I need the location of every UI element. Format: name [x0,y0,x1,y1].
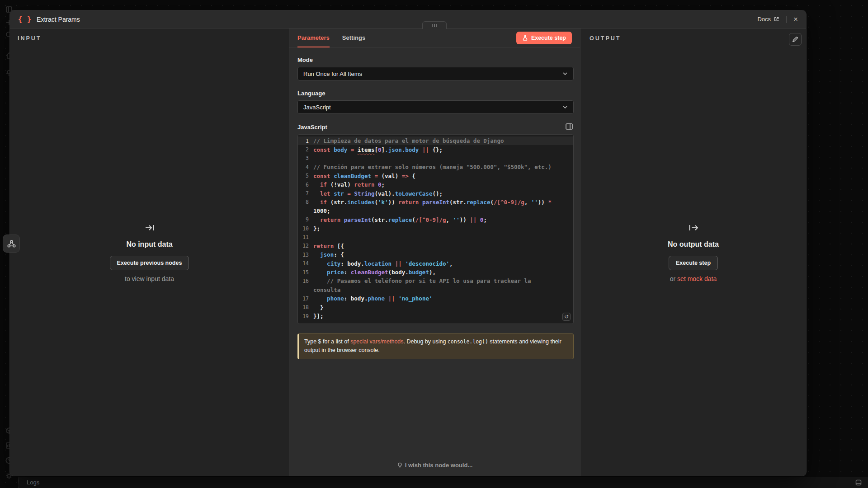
mode-select[interactable]: Run Once for All Items [297,67,574,80]
docs-link[interactable]: Docs [757,16,779,23]
chevron-down-icon [562,104,568,110]
logs-bar[interactable]: Logs [18,477,868,488]
code-line[interactable]: consulta [298,286,573,294]
code-line[interactable]: 15 price: cleanBudget(body.budget), [298,268,573,277]
arrow-out-of-bar-icon [688,222,699,235]
wish-label: I wish this node would... [405,462,473,469]
external-link-icon [774,16,779,22]
input-empty-state: No input data Execute previous nodes to … [110,222,189,282]
code-line[interactable]: 17 phone: body.phone || 'no_phone' [298,294,573,303]
execute-previous-nodes-button[interactable]: Execute previous nodes [110,256,189,270]
mode-value: Run Once for All Items [303,70,362,77]
modal-titlebar: { } Extract Params Docs × [10,10,806,28]
input-panel: INPUT No input data Execute previous nod… [10,28,289,476]
parameters-scroll-area: Mode Run Once for All Items Language Jav… [289,47,580,476]
code-line[interactable]: 6 if (!val) return 0; [298,180,573,189]
undo-icon[interactable]: ↺ [562,313,571,321]
code-line[interactable]: 11 [298,233,573,241]
no-input-title: No input data [126,240,172,249]
expand-logs-icon[interactable] [855,479,862,486]
language-select[interactable]: JavaScript [297,100,574,114]
code-line[interactable]: 19}]; [298,312,573,320]
code-line[interactable]: 16 // Pasamos el teléfono por si tu API … [298,277,573,285]
language-field: Language JavaScript [297,90,574,114]
panel-drag-handle[interactable] [422,21,447,29]
hint-callout: Type $ for a list of special vars/method… [297,333,574,359]
console-log-code: console.log() [448,338,488,345]
input-hint: to view input data [125,275,174,282]
tab-parameters[interactable]: Parameters [297,28,330,47]
mode-field: Mode Run Once for All Items [297,56,574,80]
code-line[interactable]: 12return [{ [298,242,573,250]
code-lines: 1// Limpieza de datos para el motor de b… [298,136,573,320]
language-label: Language [297,90,574,97]
code-field: JavaScript 1// Limpieza de datos para el… [297,123,574,324]
no-output-title: No output data [668,240,719,249]
code-line[interactable]: 7 let str = String(val).toLowerCase(); [298,189,573,197]
docs-label: Docs [757,16,771,23]
node-title[interactable]: Extract Params [37,16,80,23]
code-line[interactable]: 1// Limpieza de datos para el motor de b… [298,136,573,145]
output-execute-step-button[interactable]: Execute step [669,256,718,270]
code-line[interactable]: 10}; [298,224,573,233]
code-line[interactable]: 1000; [298,206,573,215]
pencil-icon [792,36,798,42]
code-line[interactable]: 8 if (str.includes('k')) return parseInt… [298,198,573,206]
code-line[interactable]: 3 [298,154,573,163]
code-line[interactable]: 14 city: body.location || 'desconocido', [298,259,573,267]
callout-text: Type $ for a list of [304,338,350,345]
output-header: OUTPUT [590,35,621,42]
arrow-into-bar-icon [144,222,155,235]
input-header: INPUT [18,35,42,42]
tab-settings[interactable]: Settings [342,28,365,47]
edit-output-button[interactable] [789,33,802,46]
mode-label: Mode [297,56,574,63]
n8n-node-detail-view: { "colors": { "accent": "#ff6d5a", "call… [0,0,868,488]
code-editor[interactable]: 1// Limpieza de datos para el motor de b… [297,134,574,324]
code-line[interactable]: 9 return parseInt(str.replace(/[^0-9]/g,… [298,216,573,224]
close-icon[interactable]: × [793,15,798,23]
language-value: JavaScript [303,104,331,111]
wish-feedback-button[interactable]: I wish this node would... [289,462,580,469]
execute-step-label: Execute step [531,35,566,41]
output-empty-state: No output data Execute step or set mock … [668,222,719,282]
code-line[interactable]: 18 } [298,303,573,311]
execute-step-button[interactable]: Execute step [516,32,572,44]
set-mock-data-link[interactable]: set mock data [677,275,717,282]
node-detail-modal: { } Extract Params Docs × INPUT No input… [10,10,806,476]
output-hint: or set mock data [670,275,717,282]
code-line[interactable]: 13 json: { [298,250,573,259]
chevron-down-icon [562,71,568,76]
flask-icon [522,35,528,41]
code-line[interactable]: 4// Función para extraer solo números (m… [298,163,573,171]
titlebar-divider [786,16,787,23]
webhook-icon [7,239,16,249]
logs-label: Logs [27,479,39,486]
parameters-column: Parameters Settings Execute step Mode Ru… [289,28,580,476]
split-view-icon[interactable] [566,123,574,131]
special-vars-link[interactable]: special vars/methods [350,338,403,345]
code-editor-label: JavaScript [297,124,327,131]
code-line[interactable]: 5const cleanBudget = (val) => { [298,172,573,180]
tabs-row: Parameters Settings Execute step [289,28,580,47]
webhook-node-chip[interactable] [3,235,20,253]
code-line[interactable]: 2const body = items[0].json.body || {}; [298,145,573,154]
modal-body: INPUT No input data Execute previous nod… [10,28,806,476]
lightbulb-icon [397,462,403,468]
output-panel: OUTPUT No output data Execute step or se… [580,28,806,476]
code-node-icon: { } [18,15,32,23]
